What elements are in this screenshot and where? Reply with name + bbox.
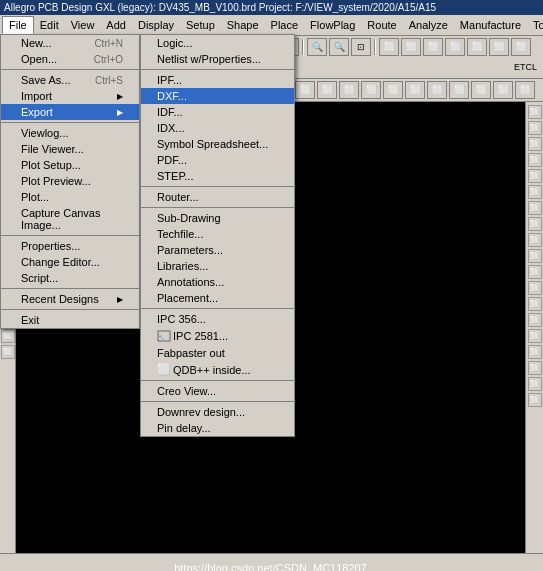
- tb-fit[interactable]: ⊡: [351, 38, 371, 56]
- rt-15[interactable]: ⬜: [528, 329, 542, 343]
- file-changeeditor[interactable]: Change Editor...: [1, 254, 139, 270]
- export-placement[interactable]: Placement...: [141, 290, 294, 306]
- export-parameters[interactable]: Parameters...: [141, 242, 294, 258]
- tb-c7[interactable]: ⬜: [511, 38, 531, 56]
- menu-manufacture[interactable]: Manufacture: [454, 17, 527, 33]
- export-annotations[interactable]: Annotations...: [141, 274, 294, 290]
- file-plotsetup[interactable]: Plot Setup...: [1, 157, 139, 173]
- export-idf[interactable]: IDF...: [141, 104, 294, 120]
- tb-zoom-out[interactable]: 🔍: [329, 38, 349, 56]
- rt-13[interactable]: ⬜: [528, 297, 542, 311]
- file-plotpreview[interactable]: Plot Preview...: [1, 173, 139, 189]
- tb-c2[interactable]: ⬜: [401, 38, 421, 56]
- lt-15[interactable]: ⬜: [1, 329, 15, 343]
- menu-analyze[interactable]: Analyze: [403, 17, 454, 33]
- tb2-21[interactable]: ⬜: [449, 81, 469, 99]
- tb2-24[interactable]: ⬜: [515, 81, 535, 99]
- file-fileviewer[interactable]: File Viewer...: [1, 141, 139, 157]
- menu-place[interactable]: Place: [265, 17, 305, 33]
- rt-11[interactable]: ⬜: [528, 265, 542, 279]
- tb-c6[interactable]: ⬜: [489, 38, 509, 56]
- export-sep6: [141, 401, 294, 402]
- tb2-23[interactable]: ⬜: [493, 81, 513, 99]
- export-downrev[interactable]: Downrev design...: [141, 404, 294, 420]
- file-export[interactable]: Export ▶: [1, 104, 139, 120]
- file-new[interactable]: New... Ctrl+N: [1, 35, 139, 51]
- rt-3[interactable]: ⬜: [528, 137, 542, 151]
- tb-c4[interactable]: ⬜: [445, 38, 465, 56]
- tb2-20[interactable]: ⬜: [427, 81, 447, 99]
- export-idx[interactable]: IDX...: [141, 120, 294, 136]
- export-subdrawing[interactable]: Sub-Drawing: [141, 210, 294, 226]
- export-netlist[interactable]: Netlist w/Properties...: [141, 51, 294, 67]
- tb-c3[interactable]: ⬜: [423, 38, 443, 56]
- menu-shape[interactable]: Shape: [221, 17, 265, 33]
- rt-19[interactable]: ⬜: [528, 393, 542, 407]
- file-import[interactable]: Import ▶: [1, 88, 139, 104]
- tb2-16[interactable]: ⬜: [339, 81, 359, 99]
- export-symbol-spreadsheet[interactable]: Symbol Spreadsheet...: [141, 136, 294, 152]
- tb2-22[interactable]: ⬜: [471, 81, 491, 99]
- export-fabpaster[interactable]: Fabpaster out: [141, 345, 294, 361]
- tb-c1[interactable]: ⬜: [379, 38, 399, 56]
- export-dxf[interactable]: DXF...: [141, 88, 294, 104]
- tb2-17[interactable]: ⬜: [361, 81, 381, 99]
- export-pindelay[interactable]: Pin delay...: [141, 420, 294, 436]
- rt-12[interactable]: ⬜: [528, 281, 542, 295]
- export-qdb[interactable]: ⬜ QDB++ inside...: [141, 361, 294, 378]
- tb-c5[interactable]: ⬜: [467, 38, 487, 56]
- file-viewlog-label: Viewlog...: [21, 127, 69, 139]
- file-saveas-label: Save As...: [21, 74, 71, 86]
- rt-14[interactable]: ⬜: [528, 313, 542, 327]
- menu-add[interactable]: Add: [100, 17, 132, 33]
- export-pdf[interactable]: PDF...: [141, 152, 294, 168]
- export-step[interactable]: STEP...: [141, 168, 294, 184]
- tb2-15[interactable]: ⬜: [317, 81, 337, 99]
- file-recentdesigns[interactable]: Recent Designs ▶: [1, 291, 139, 307]
- file-properties[interactable]: Properties...: [1, 238, 139, 254]
- rt-7[interactable]: ⬜: [528, 201, 542, 215]
- export-techfile[interactable]: Techfile...: [141, 226, 294, 242]
- file-open[interactable]: Open... Ctrl+O: [1, 51, 139, 67]
- export-router[interactable]: Router...: [141, 189, 294, 205]
- menu-edit[interactable]: Edit: [34, 17, 65, 33]
- rt-9[interactable]: ⬜: [528, 233, 542, 247]
- menu-route[interactable]: Route: [361, 17, 402, 33]
- export-creoview[interactable]: Creo View...: [141, 383, 294, 399]
- file-capturecanvas[interactable]: Capture Canvas Image...: [1, 205, 139, 233]
- menu-view[interactable]: View: [65, 17, 101, 33]
- export-ipf[interactable]: IPF...: [141, 72, 294, 88]
- rt-2[interactable]: ⬜: [528, 121, 542, 135]
- export-ipc2581[interactable]: 🔧 IPC 2581...: [141, 327, 294, 345]
- tb2-14[interactable]: ⬜: [295, 81, 315, 99]
- file-script[interactable]: Script...: [1, 270, 139, 286]
- menu-setup[interactable]: Setup: [180, 17, 221, 33]
- file-saveas[interactable]: Save As... Ctrl+S: [1, 72, 139, 88]
- rt-5[interactable]: ⬜: [528, 169, 542, 183]
- file-menu-dropdown: New... Ctrl+N Open... Ctrl+O Save As... …: [0, 34, 140, 329]
- lt-16[interactable]: ⬜: [1, 345, 15, 359]
- tb2-18[interactable]: ⬜: [383, 81, 403, 99]
- export-ipc356[interactable]: IPC 356...: [141, 311, 294, 327]
- tb-zoom-in[interactable]: 🔍: [307, 38, 327, 56]
- file-plot[interactable]: Plot...: [1, 189, 139, 205]
- export-ipf-label: IPF...: [157, 74, 182, 86]
- file-viewlog[interactable]: Viewlog...: [1, 125, 139, 141]
- file-exit[interactable]: Exit: [1, 312, 139, 328]
- export-libraries[interactable]: Libraries...: [141, 258, 294, 274]
- rt-18[interactable]: ⬜: [528, 377, 542, 391]
- menu-tools[interactable]: Tools: [527, 17, 543, 33]
- menu-flowplag[interactable]: FlowPlag: [304, 17, 361, 33]
- menu-display[interactable]: Display: [132, 17, 180, 33]
- rt-8[interactable]: ⬜: [528, 217, 542, 231]
- rt-6[interactable]: ⬜: [528, 185, 542, 199]
- export-logic[interactable]: Logic...: [141, 35, 294, 51]
- rt-1[interactable]: ⬜: [528, 105, 542, 119]
- file-sep4: [1, 288, 139, 289]
- rt-10[interactable]: ⬜: [528, 249, 542, 263]
- menu-file[interactable]: File: [2, 16, 34, 34]
- rt-4[interactable]: ⬜: [528, 153, 542, 167]
- rt-16[interactable]: ⬜: [528, 345, 542, 359]
- tb2-19[interactable]: ⬜: [405, 81, 425, 99]
- rt-17[interactable]: ⬜: [528, 361, 542, 375]
